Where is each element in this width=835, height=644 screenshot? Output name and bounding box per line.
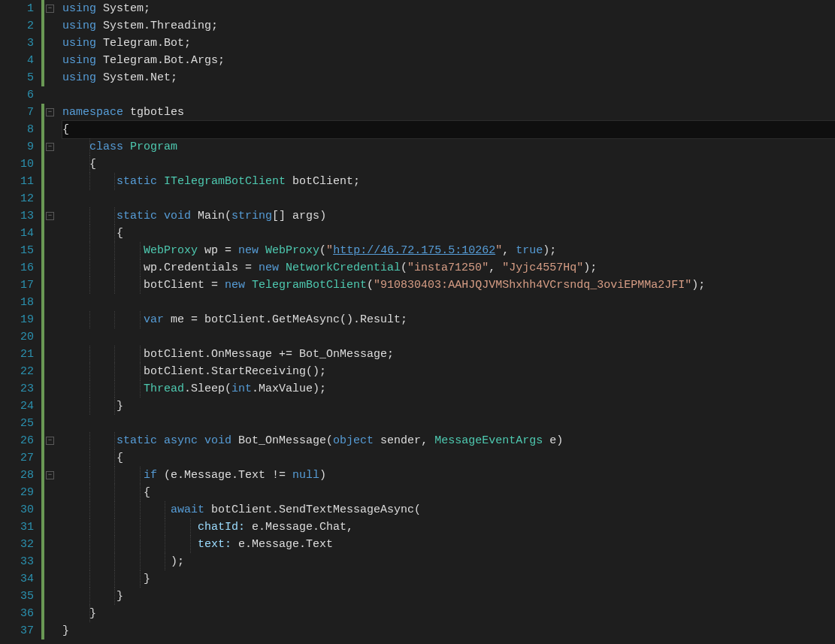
line-number[interactable]: 12 — [0, 190, 34, 207]
code-line[interactable]: { — [62, 484, 835, 501]
indent-guide — [89, 484, 90, 501]
code-line[interactable]: text: e.Message.Text — [62, 536, 835, 553]
code-line[interactable]: static async void Bot_OnMessage(object s… — [62, 432, 835, 449]
code-line[interactable]: botClient.StartReceiving(); — [62, 363, 835, 380]
code-token: ; — [211, 20, 218, 32]
line-number[interactable]: 5 — [0, 69, 34, 86]
code-line[interactable]: WebProxy wp = new WebProxy("http://46.72… — [62, 242, 835, 259]
code-line[interactable]: botClient.OnMessage += Bot_OnMessage; — [62, 346, 835, 363]
line-number[interactable]: 13 — [0, 207, 34, 225]
code-line[interactable]: using Telegram.Bot.Args; — [62, 52, 835, 69]
line-number-gutter[interactable]: 1234567891011121314151617181920212223242… — [0, 0, 41, 644]
line-number[interactable]: 37 — [0, 622, 34, 639]
line-number[interactable]: 19 — [0, 311, 34, 328]
code-line[interactable]: var me = botClient.GetMeAsync().Result; — [62, 311, 835, 328]
fold-toggle-icon[interactable]: − — [46, 471, 54, 479]
code-line[interactable]: { — [62, 156, 835, 173]
line-number[interactable]: 26 — [0, 432, 34, 449]
code-line[interactable]: { — [62, 121, 835, 138]
indent-guide — [114, 588, 115, 605]
code-line[interactable]: } — [62, 605, 835, 622]
fold-column[interactable]: −−−−−− — [44, 0, 58, 644]
code-line[interactable] — [62, 328, 835, 346]
line-number[interactable]: 9 — [0, 138, 34, 156]
code-token: using — [62, 20, 103, 32]
indent-guide — [114, 380, 115, 398]
code-token: "Jyjc4557Hq" — [502, 262, 583, 274]
line-number[interactable]: 15 — [0, 242, 34, 259]
code-line[interactable]: } — [62, 398, 835, 415]
code-line[interactable]: if (e.Message.Text != null) — [62, 467, 835, 484]
code-line[interactable]: botClient = new TelegramBotClient("91083… — [62, 277, 835, 294]
line-number[interactable]: 7 — [0, 104, 34, 121]
code-token: using — [62, 2, 103, 15]
code-line[interactable]: static ITelegramBotClient botClient; — [62, 173, 835, 190]
line-number[interactable]: 21 — [0, 346, 34, 363]
line-number[interactable]: 17 — [0, 277, 34, 294]
line-number[interactable]: 34 — [0, 570, 34, 588]
fold-toggle-icon[interactable]: − — [46, 143, 54, 151]
code-line[interactable]: } — [62, 622, 835, 639]
line-number[interactable]: 24 — [0, 398, 34, 415]
code-line[interactable]: using System; — [62, 0, 835, 17]
line-number[interactable]: 29 — [0, 484, 34, 501]
code-line[interactable]: chatId: e.Message.Chat, — [62, 519, 835, 536]
line-number[interactable]: 28 — [0, 467, 34, 484]
code-token: ITelegramBotClient — [164, 175, 286, 188]
line-number[interactable]: 33 — [0, 553, 34, 570]
line-number[interactable]: 16 — [0, 259, 34, 277]
line-number[interactable]: 18 — [0, 294, 34, 311]
code-area[interactable]: using System;using System.Threading;usin… — [58, 0, 835, 644]
line-number[interactable]: 32 — [0, 536, 34, 553]
line-number[interactable]: 6 — [0, 86, 34, 104]
code-line[interactable] — [62, 86, 835, 104]
fold-toggle-icon[interactable]: − — [46, 212, 54, 220]
code-line[interactable] — [62, 294, 835, 311]
code-line[interactable]: class Program — [62, 138, 835, 156]
code-token: using — [62, 37, 103, 50]
line-number[interactable]: 20 — [0, 328, 34, 346]
code-line[interactable]: } — [62, 588, 835, 605]
code-line[interactable]: using System.Threading; — [62, 17, 835, 35]
code-token: botClient; — [286, 175, 360, 188]
line-number[interactable]: 36 — [0, 605, 34, 622]
indent-guide — [89, 570, 90, 588]
code-token: { — [62, 158, 96, 171]
line-number[interactable]: 31 — [0, 519, 34, 536]
code-line[interactable]: wp.Credentials = new NetworkCredential("… — [62, 259, 835, 277]
code-line[interactable] — [62, 190, 835, 207]
line-number[interactable]: 3 — [0, 35, 34, 52]
line-number[interactable]: 1 — [0, 0, 34, 17]
code-line[interactable]: } — [62, 570, 835, 588]
code-line[interactable]: ); — [62, 553, 835, 570]
code-line[interactable] — [62, 415, 835, 432]
code-line[interactable]: using Telegram.Bot; — [62, 35, 835, 52]
line-number[interactable]: 27 — [0, 449, 34, 467]
code-line[interactable]: { — [62, 225, 835, 242]
code-line[interactable]: await botClient.SendTextMessageAsync( — [62, 501, 835, 519]
line-number[interactable]: 30 — [0, 501, 34, 519]
fold-toggle-icon[interactable]: − — [46, 437, 54, 445]
code-editor[interactable]: 1234567891011121314151617181920212223242… — [0, 0, 835, 644]
code-line[interactable]: using System.Net; — [62, 69, 835, 86]
code-line[interactable]: Thread.Sleep(int.MaxValue); — [62, 380, 835, 398]
code-token: System — [103, 20, 144, 32]
line-number[interactable]: 8 — [0, 121, 34, 138]
code-line[interactable]: namespace tgbotles — [62, 104, 835, 121]
line-number[interactable]: 14 — [0, 225, 34, 242]
code-token: ( — [225, 210, 231, 222]
line-number[interactable]: 4 — [0, 52, 34, 69]
line-number[interactable]: 22 — [0, 363, 34, 380]
code-token: . — [157, 54, 164, 67]
line-number[interactable]: 11 — [0, 173, 34, 190]
line-number[interactable]: 35 — [0, 588, 34, 605]
line-number[interactable]: 2 — [0, 17, 34, 35]
fold-toggle-icon[interactable]: − — [46, 108, 54, 116]
fold-toggle-icon[interactable]: − — [46, 5, 54, 13]
line-number[interactable]: 25 — [0, 415, 34, 432]
line-number[interactable]: 23 — [0, 380, 34, 398]
code-line[interactable]: { — [62, 449, 835, 467]
code-line[interactable]: static void Main(string[] args) — [62, 207, 835, 225]
line-number[interactable]: 10 — [0, 156, 34, 173]
code-token: Thread — [144, 382, 184, 395]
